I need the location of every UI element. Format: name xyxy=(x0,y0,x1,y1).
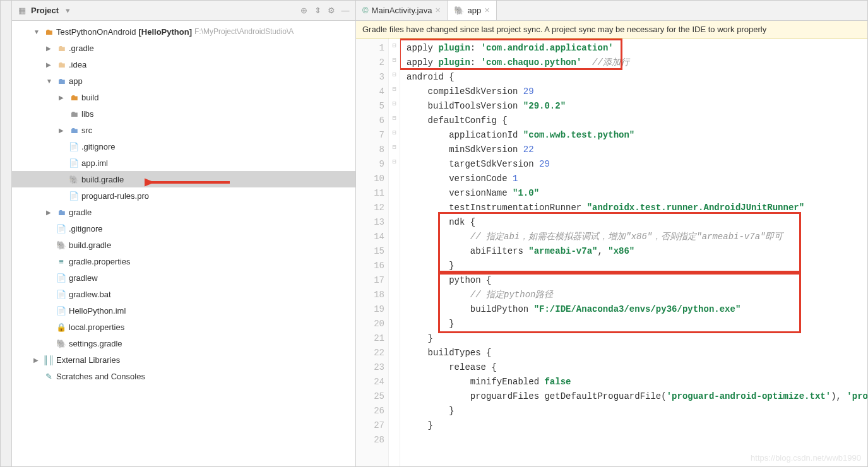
code-line-14[interactable]: // 指定abi，如需在模拟器调试，增加"x86"，否则指定"armeabi-v… xyxy=(407,230,861,244)
tree-label: .gitignore xyxy=(69,224,102,234)
tree-node-libs[interactable]: 🖿 libs xyxy=(12,105,355,122)
tab-icon: 🐘 xyxy=(454,6,464,15)
tree-node-local-properties[interactable]: 🔒 local.properties xyxy=(12,319,355,335)
project-panel: ▦ Project ▾ ⊕ ⇕ ⚙ — ▼🖿 TestPythonOnAndro… xyxy=(12,1,356,466)
code-line-21[interactable]: } xyxy=(407,331,861,346)
tree-label: settings.gradle xyxy=(69,339,122,348)
chevron-down-icon[interactable]: ▾ xyxy=(62,6,73,16)
tree-node--gitignore[interactable]: 📄 .gitignore xyxy=(12,220,355,237)
tree-label: src xyxy=(81,126,92,135)
code-line-16[interactable]: } xyxy=(407,259,861,273)
sync-banner[interactable]: Gradle files have changed since last pro… xyxy=(356,21,867,38)
code-area: 1234567891011121314151617181920212223242… xyxy=(356,38,867,466)
project-title: Project xyxy=(31,6,59,15)
fold-toggle[interactable]: ⊟ xyxy=(389,126,400,140)
code-line-26[interactable]: } xyxy=(407,404,861,418)
tree-arrow[interactable]: ▼ xyxy=(33,28,41,35)
code-line-20[interactable]: } xyxy=(407,317,861,331)
code-line-3[interactable]: android { xyxy=(407,70,861,85)
target-icon[interactable]: ⊕ xyxy=(299,6,309,16)
fold-toggle[interactable]: ⊟ xyxy=(389,111,400,126)
code-line-1[interactable]: apply plugin: 'com.android.application' xyxy=(407,41,861,56)
tree-node-app-iml[interactable]: 📄 app.iml xyxy=(12,155,355,171)
tab-label: app xyxy=(467,6,481,15)
tree-arrow[interactable]: ▶ xyxy=(33,357,41,364)
file-icon: 📄 xyxy=(69,141,79,151)
fold-gutter[interactable]: ⊟⊟⊟⊟⊟⊟⊟⊟⊟ xyxy=(389,38,400,466)
code-line-7[interactable]: applicationId "com.wwb.test.python" xyxy=(407,128,861,143)
close-icon[interactable]: ✕ xyxy=(484,6,490,15)
code-editor[interactable]: apply plugin: 'com.android.application'a… xyxy=(400,38,867,466)
file-icon: 📄 xyxy=(69,158,79,168)
code-line-10[interactable]: versionCode 1 xyxy=(407,172,861,186)
fold-toggle[interactable]: ⊟ xyxy=(389,38,400,53)
tree-arrow[interactable]: ▶ xyxy=(46,45,54,52)
fold-toggle[interactable]: ⊟ xyxy=(389,140,400,155)
fold-toggle[interactable]: ⊟ xyxy=(389,53,400,68)
gear-icon[interactable]: ⚙ xyxy=(326,6,336,16)
tree-arrow[interactable]: ▶ xyxy=(59,94,66,101)
fold-toggle[interactable]: ⊟ xyxy=(389,68,400,82)
file-icon: 📄 xyxy=(56,223,66,234)
code-line-17[interactable]: python { xyxy=(407,273,861,288)
tree-node--gitignore[interactable]: 📄 .gitignore xyxy=(12,138,355,155)
tree-node-settings-gradle[interactable]: 🐘 settings.gradle xyxy=(12,335,355,352)
tree-node--idea[interactable]: ▶🖿 .idea xyxy=(12,56,355,73)
tree-arrow[interactable]: ▶ xyxy=(46,61,54,68)
code-line-15[interactable]: abiFilters "armeabi-v7a", "x86" xyxy=(407,244,861,259)
tree-label: app xyxy=(69,76,83,86)
tab-app[interactable]: 🐘app✕ xyxy=(448,1,497,20)
hide-icon[interactable]: — xyxy=(340,6,350,16)
tree-node-gradlew[interactable]: 📄 gradlew xyxy=(12,269,355,286)
tree-node-src[interactable]: ▶🖿 src xyxy=(12,122,355,138)
tree-arrow[interactable]: ▶ xyxy=(59,127,66,134)
code-line-27[interactable]: } xyxy=(407,418,861,433)
tab-mainactivity-java[interactable]: ©MainActivity.java✕ xyxy=(356,1,448,20)
code-line-6[interactable]: defaultConfig { xyxy=(407,114,861,128)
code-line-2[interactable]: apply plugin: 'com.chaquo.python' //添加行 xyxy=(407,56,861,70)
tool-window-strip[interactable] xyxy=(1,1,12,466)
code-line-18[interactable]: // 指定python路径 xyxy=(407,288,861,302)
fold-toggle[interactable]: ⊟ xyxy=(389,155,400,169)
tree-node-scratches-and-consoles[interactable]: ✎ Scratches and Consoles xyxy=(12,368,355,384)
code-line-28[interactable] xyxy=(407,433,861,447)
project-tree[interactable]: ▼🖿 TestPythonOnAndroid [HelloPython] F:\… xyxy=(12,21,355,466)
fold-toggle[interactable]: ⊟ xyxy=(389,82,400,97)
tree-node-gradle-properties[interactable]: ≡ gradle.properties xyxy=(12,253,355,269)
collapse-icon[interactable]: ⇕ xyxy=(312,6,323,16)
tree-node--gradle[interactable]: ▶🖿 .gradle xyxy=(12,40,355,56)
tree-node-app[interactable]: ▼🖿 app xyxy=(12,73,355,89)
tree-node-gradlew-bat[interactable]: 📄 gradlew.bat xyxy=(12,286,355,302)
tree-label: HelloPython.iml xyxy=(69,306,126,316)
close-icon[interactable]: ✕ xyxy=(435,6,441,15)
fold-toggle[interactable]: ⊟ xyxy=(389,97,400,111)
code-line-22[interactable]: buildTypes { xyxy=(407,346,861,360)
scratch-icon: ✎ xyxy=(44,371,54,381)
tree-label: .gradle xyxy=(69,44,94,53)
tree-node-testpythononandroid[interactable]: ▼🖿 TestPythonOnAndroid [HelloPython] F:\… xyxy=(12,23,355,40)
folder-icon: 🖿 xyxy=(69,109,79,119)
editor-area: ©MainActivity.java✕🐘app✕ Gradle files ha… xyxy=(356,1,867,466)
tab-label: MainActivity.java xyxy=(372,6,432,15)
code-line-12[interactable]: testInstrumentationRunner "androidx.test… xyxy=(407,201,861,215)
code-line-9[interactable]: targetSdkVersion 29 xyxy=(407,157,861,172)
code-line-5[interactable]: buildToolsVersion "29.0.2" xyxy=(407,99,861,114)
tree-node-gradle[interactable]: ▶🖿 gradle xyxy=(12,204,355,220)
tree-node-external-libraries[interactable]: ▶║║ External Libraries xyxy=(12,352,355,368)
code-line-23[interactable]: release { xyxy=(407,360,861,375)
code-line-24[interactable]: minifyEnabled false xyxy=(407,375,861,389)
code-line-4[interactable]: compileSdkVersion 29 xyxy=(407,85,861,99)
line-gutter[interactable]: 1234567891011121314151617181920212223242… xyxy=(356,38,389,466)
tree-arrow[interactable]: ▶ xyxy=(46,209,54,216)
code-line-11[interactable]: versionName "1.0" xyxy=(407,186,861,201)
tree-node-build[interactable]: ▶🖿 build xyxy=(12,89,355,105)
tree-node-hellopython-iml[interactable]: 📄 HelloPython.iml xyxy=(12,302,355,319)
tree-node-proguard-rules-pro[interactable]: 📄 proguard-rules.pro xyxy=(12,187,355,204)
tree-arrow[interactable]: ▼ xyxy=(46,78,54,85)
code-line-8[interactable]: minSdkVersion 22 xyxy=(407,143,861,157)
tree-node-build-gradle[interactable]: 🐘 build.gradle xyxy=(12,237,355,253)
code-line-25[interactable]: proguardFiles getDefaultProguardFile('pr… xyxy=(407,389,861,404)
gradle-icon: 🐘 xyxy=(56,240,66,250)
code-line-13[interactable]: ndk { xyxy=(407,215,861,230)
code-line-19[interactable]: buildPython "F:/IDE/Anaconda3/envs/py36/… xyxy=(407,302,861,317)
